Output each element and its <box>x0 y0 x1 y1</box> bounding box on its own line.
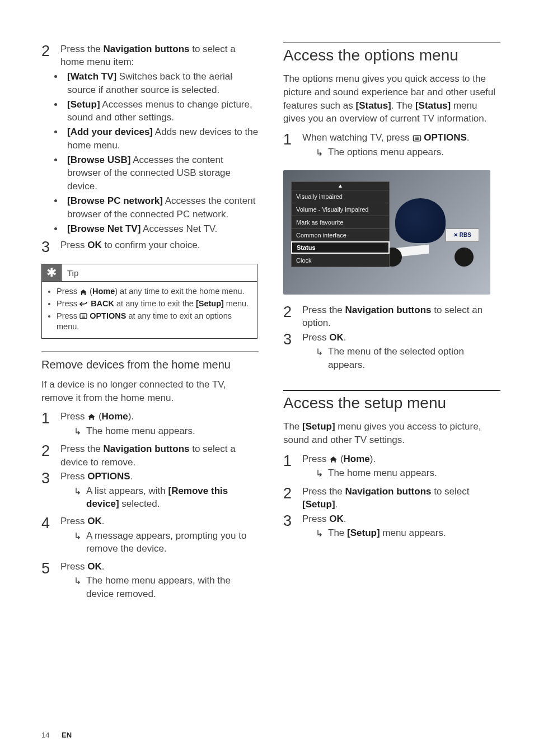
text: The <box>328 528 347 538</box>
result: ↳A list appears, with [Remove this devic… <box>60 484 259 511</box>
left-column: 2 Press the Navigation buttons to select… <box>41 43 259 605</box>
text: Press the <box>60 44 104 54</box>
tip-icon: ✱ <box>42 264 62 281</box>
text: to select <box>432 486 470 497</box>
text: Press <box>60 411 87 422</box>
result: ↳The home menu appears. <box>60 424 259 438</box>
bold: OPTIONS <box>424 132 467 143</box>
text: The <box>283 421 302 432</box>
page: 2 Press the Navigation buttons to select… <box>0 0 534 622</box>
step-number: 3 <box>283 512 302 529</box>
text: Press <box>60 561 87 572</box>
step-text: Press (Home). ↳The home menu appears. <box>302 452 500 484</box>
bold: [Browse PC network] <box>67 195 163 206</box>
remove-step-2: 2 Press the Navigation buttons to select… <box>41 442 259 469</box>
bold: [Status] <box>355 100 391 111</box>
decor: ✕ RBS <box>384 193 485 271</box>
step-number: 2 <box>283 304 302 320</box>
text: Press <box>302 332 329 343</box>
text: A list appears, with <box>86 486 168 496</box>
home-icon <box>329 456 338 463</box>
text: ). <box>370 454 376 464</box>
result-text: A list appears, with [Remove this device… <box>86 484 259 511</box>
step-text: Press OK. ↳The menu of the selected opti… <box>302 331 500 375</box>
text: ) at any time to exit the home menu. <box>115 287 244 296</box>
list-item: [Browse Net TV] Accesses Net TV. <box>64 222 259 236</box>
home-icon <box>79 289 87 296</box>
bold: [Setup] <box>347 528 380 538</box>
text: menu. <box>224 299 249 308</box>
step-number: 1 <box>283 131 302 147</box>
menu-item: Common interface <box>291 228 390 241</box>
text: Accesses Net TV. <box>140 223 217 234</box>
menu-item-selected: Status <box>291 241 390 254</box>
home-menu-bullets: [Watch TV] Switches back to the aerial s… <box>41 70 259 236</box>
bold: Navigation buttons <box>345 486 432 497</box>
step-number: 1 <box>41 410 60 426</box>
tip-header: ✱ Tip <box>42 264 257 281</box>
bold: Home <box>344 454 370 464</box>
setup-intro: The [Setup] menu gives you access to pic… <box>283 420 500 447</box>
text: . <box>344 514 346 524</box>
text: Press the <box>302 486 345 497</box>
menu-item: Mark as favourite <box>291 216 390 228</box>
text: ). <box>128 411 134 422</box>
result-text: The options menu appears. <box>328 146 500 158</box>
step-text: Press the Navigation buttons to select a… <box>60 43 259 69</box>
footer: 14 EN <box>41 731 72 739</box>
text: . The <box>391 100 415 111</box>
tip-item: Press BACK at any time to exit the [Setu… <box>57 298 251 310</box>
text: to confirm your choice. <box>102 240 200 250</box>
tip-box: ✱ Tip Press (Home) at any time to exit t… <box>41 264 257 338</box>
result: ↳The home menu appears, with the device … <box>60 574 259 600</box>
result-arrow-icon: ↳ <box>74 574 86 587</box>
text: selected. <box>119 498 160 509</box>
text: When watching TV, press <box>302 132 413 143</box>
step-text: Press OK to confirm your choice. <box>60 239 259 251</box>
step-text: Press the Navigation buttons to select a… <box>302 304 500 330</box>
car-graphic: ✕ RBS <box>378 232 485 265</box>
step-number: 4 <box>41 515 60 531</box>
remove-heading: Remove devices from the home menu <box>41 351 259 371</box>
step-text: Press OK. ↳The [Setup] menu appears. <box>302 512 500 544</box>
step-text: Press the Navigation buttons to select a… <box>60 442 259 469</box>
bold: [Add your devices] <box>67 127 153 137</box>
step-3: 3 Press OK to confirm your choice. <box>41 239 259 255</box>
page-number: 14 <box>41 731 49 739</box>
bold: [Setup] <box>196 299 224 308</box>
text: . <box>344 332 346 343</box>
menu-item: Visually impaired <box>291 190 390 203</box>
wheel <box>455 248 474 267</box>
list-item: [Watch TV] Switches back to the aerial s… <box>64 70 259 97</box>
bold: OPTIONS <box>90 311 126 320</box>
wing-label: ✕ RBS <box>446 228 479 242</box>
remove-step-1: 1 Press (Home). ↳The home menu appears. <box>41 410 259 441</box>
bold: OK <box>329 514 344 524</box>
text: Press <box>302 454 329 464</box>
options-screenshot: ✕ RBS ▲ Visually impaired Volume - Visua… <box>283 170 490 295</box>
footer-lang: EN <box>62 731 72 739</box>
step-number: 3 <box>41 239 60 255</box>
menu-up-arrow-icon: ▲ <box>291 181 390 190</box>
options-step-1: 1 When watching TV, press OPTIONS. ↳The … <box>283 131 500 162</box>
step-number: 3 <box>283 331 302 347</box>
home-icon <box>87 413 96 421</box>
menu-item: Clock <box>291 254 390 267</box>
remove-step-5: 5 Press OK. ↳The home menu appears, with… <box>41 560 259 604</box>
result-arrow-icon: ↳ <box>316 526 328 540</box>
bold: OPTIONS <box>87 471 130 482</box>
step-number: 1 <box>283 452 302 469</box>
text: . <box>467 132 470 143</box>
text: Press the <box>302 305 345 315</box>
text: Press <box>57 311 79 320</box>
text: . <box>102 561 105 572</box>
bold: Home <box>102 411 128 422</box>
right-column: Access the options menu The options menu… <box>283 43 500 605</box>
result-text: The menu of the selected option appears. <box>328 345 500 371</box>
result-arrow-icon: ↳ <box>74 529 86 543</box>
text: menu appears. <box>380 528 446 538</box>
step-number: 5 <box>41 560 60 576</box>
options-step-2: 2 Press the Navigation buttons to select… <box>283 304 500 330</box>
result-arrow-icon: ↳ <box>316 146 328 159</box>
bold: [Setup] <box>67 99 100 110</box>
